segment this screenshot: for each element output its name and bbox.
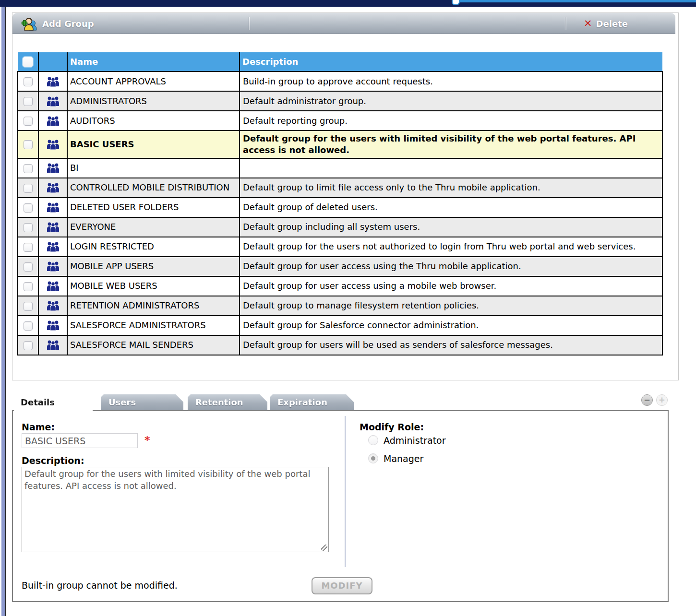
- group-icon-cell: [38, 316, 67, 335]
- required-asterisk: *: [144, 434, 150, 446]
- row-checkbox[interactable]: [24, 302, 33, 311]
- group-icon-cell: [38, 91, 67, 111]
- row-checkbox[interactable]: [24, 140, 33, 149]
- group-icon-cell: [38, 71, 67, 91]
- row-checkbox-cell: [18, 130, 38, 158]
- tab-users[interactable]: Users: [101, 394, 183, 410]
- group-name-cell: DELETED USER FOLDERS: [67, 198, 240, 217]
- group-description-cell: [240, 158, 662, 178]
- row-checkbox[interactable]: [24, 77, 33, 86]
- group-icon: [39, 340, 67, 350]
- row-checkbox[interactable]: [24, 341, 33, 350]
- groups-table: Name Description ACCOUNT APPROVALSBuild-…: [17, 52, 663, 355]
- group-description-cell: Default reporting group.: [240, 111, 662, 130]
- group-icon: [39, 222, 67, 232]
- row-checkbox[interactable]: [24, 117, 33, 126]
- group-icon: [39, 320, 67, 331]
- group-icon-cell: [38, 237, 67, 257]
- table-row[interactable]: CONTROLLED MOBILE DISTRIBUTIONDefault gr…: [18, 178, 662, 198]
- group-name-cell: SALESFORCE MAIL SENDERS: [67, 335, 240, 355]
- row-checkbox[interactable]: [24, 282, 33, 291]
- row-checkbox-cell: [18, 237, 38, 257]
- top-accent-strip: [457, 0, 696, 2]
- description-column-header: Description: [240, 52, 662, 71]
- top-accent-notch: [452, 0, 460, 5]
- table-row[interactable]: MOBILE APP USERSDefault group for user a…: [18, 257, 662, 276]
- row-checkbox-cell: [18, 178, 38, 198]
- select-all-cell: [18, 52, 38, 71]
- row-checkbox[interactable]: [24, 243, 33, 252]
- tab-expiration[interactable]: Expiration: [270, 394, 354, 410]
- group-icon: [39, 202, 67, 213]
- left-edge-strip: [1, 7, 5, 616]
- role-label: Manager: [384, 453, 423, 464]
- select-all-checkbox[interactable]: [23, 57, 33, 67]
- delete-label: Delete: [596, 19, 628, 29]
- expand-panel-button[interactable]: +: [656, 394, 668, 406]
- description-textarea[interactable]: Default group for the users with limited…: [22, 467, 329, 552]
- group-icon-cell: [38, 296, 67, 316]
- tab-retention[interactable]: Retention: [188, 394, 267, 410]
- group-table-body: ACCOUNT APPROVALSBuild-in group to appro…: [18, 71, 662, 355]
- group-description-cell: Default group for user access using the …: [240, 257, 662, 276]
- group-name-cell: ADMINISTRATORS: [67, 91, 240, 111]
- role-option-row: Manager: [368, 452, 446, 464]
- groups-module: Add Group ✕ Delete Name Description ACCO: [12, 12, 679, 380]
- row-checkbox[interactable]: [24, 321, 33, 331]
- row-checkbox[interactable]: [24, 184, 33, 193]
- radio-administrator[interactable]: [368, 435, 378, 445]
- table-row[interactable]: LOGIN RESTRICTEDDefault group for the us…: [18, 237, 662, 257]
- details-panel: Name: * Description: Default group for t…: [12, 410, 669, 602]
- row-checkbox[interactable]: [24, 262, 33, 272]
- group-icon: [39, 76, 67, 87]
- panel-divider: [345, 416, 346, 567]
- row-checkbox-cell: [18, 111, 38, 130]
- group-description-cell: Default group including all system users…: [240, 217, 662, 237]
- delete-button[interactable]: ✕ Delete: [584, 13, 628, 34]
- row-checkbox[interactable]: [24, 203, 33, 213]
- group-icon: [39, 241, 67, 252]
- table-row[interactable]: MOBILE WEB USERSDefault group for user a…: [18, 276, 662, 296]
- add-group-button[interactable]: Add Group: [21, 13, 94, 34]
- group-name-cell: SALESFORCE ADMINISTRATORS: [67, 316, 240, 335]
- row-checkbox[interactable]: [24, 164, 33, 173]
- table-row[interactable]: ADMINISTRATORSDefault administrator grou…: [18, 91, 662, 111]
- table-row[interactable]: ACCOUNT APPROVALSBuild-in group to appro…: [18, 71, 662, 91]
- row-checkbox-cell: [18, 158, 38, 178]
- row-checkbox-cell: [18, 257, 38, 276]
- name-label: Name:: [22, 422, 55, 432]
- collapse-panel-button[interactable]: −: [641, 394, 653, 406]
- table-row[interactable]: AUDITORSDefault reporting group.: [18, 111, 662, 130]
- name-column-header: Name: [67, 52, 240, 71]
- group-icon: [39, 96, 67, 107]
- group-icon-cell: [38, 158, 67, 178]
- name-input[interactable]: [22, 433, 138, 448]
- toolbar-separator: [249, 17, 250, 30]
- table-row[interactable]: BASIC USERSDefault group for the users w…: [18, 130, 662, 158]
- table-row[interactable]: DELETED USER FOLDERSDefault group of del…: [18, 198, 662, 217]
- group-description-cell: Default administrator group.: [240, 91, 662, 111]
- table-row[interactable]: SALESFORCE MAIL SENDERSDefault group for…: [18, 335, 662, 355]
- radio-manager[interactable]: [368, 453, 378, 463]
- table-row[interactable]: SALESFORCE ADMINISTRATORSDefault group f…: [18, 316, 662, 335]
- resize-grip-icon[interactable]: [321, 545, 327, 551]
- table-row[interactable]: EVERYONEDefault group including all syst…: [18, 217, 662, 237]
- group-icon-cell: [38, 217, 67, 237]
- group-icon-cell: [38, 335, 67, 355]
- row-checkbox[interactable]: [24, 97, 33, 106]
- table-row[interactable]: BI: [18, 158, 662, 178]
- row-checkbox-cell: [18, 296, 38, 316]
- table-row[interactable]: RETENTION ADMINISTRATORSDefault group to…: [18, 296, 662, 316]
- row-checkbox-cell: [18, 198, 38, 217]
- tab-details[interactable]: Details: [13, 394, 94, 410]
- group-name-cell: BASIC USERS: [67, 130, 240, 158]
- groups-table-wrap: Name Description ACCOUNT APPROVALSBuild-…: [17, 52, 663, 355]
- row-checkbox[interactable]: [24, 223, 33, 232]
- description-text: Default group for the users with limited…: [24, 469, 310, 491]
- delete-x-icon: ✕: [584, 18, 592, 29]
- groups-toolbar: Add Group ✕ Delete: [12, 13, 675, 34]
- group-icon-cell: [38, 198, 67, 217]
- group-icon: [39, 139, 67, 150]
- group-name-cell: MOBILE APP USERS: [67, 257, 240, 276]
- modify-button[interactable]: MODIFY: [312, 577, 372, 594]
